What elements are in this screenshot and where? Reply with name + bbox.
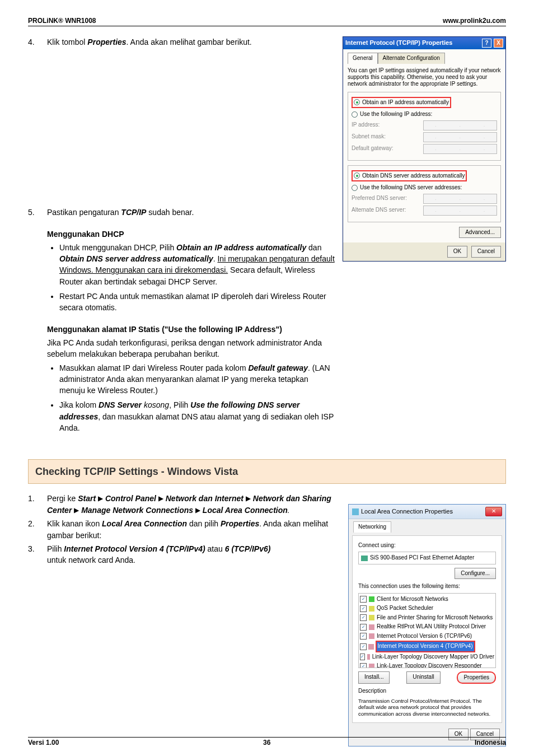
dns-group: Obtain DNS server address automatically … bbox=[348, 165, 501, 222]
dialog-title: Internet Protocol (TCP/IP) Properties bbox=[345, 39, 452, 48]
network-icon bbox=[352, 508, 359, 515]
cancel-button[interactable]: Cancel bbox=[471, 246, 501, 258]
static-bullet-1: Masukkan alamat IP dari Wireless Router … bbox=[59, 362, 335, 396]
tab-general[interactable]: General bbox=[348, 53, 378, 64]
list-item: ✓Internet Protocol Version 6 (TCP/IPv6) bbox=[360, 632, 494, 641]
static-intro: Jika PC Anda sudah terkonfigurasi, perik… bbox=[47, 337, 335, 360]
dhcp-heading: Menggunakan DHCP bbox=[47, 228, 335, 240]
field-ip-address: IP address:... bbox=[352, 120, 497, 130]
footer-left: Versi 1.00 bbox=[28, 739, 59, 746]
configure-button[interactable]: Configure... bbox=[455, 568, 496, 580]
dhcp-bullet-2: Restart PC Anda untuk memastikan alamat … bbox=[59, 291, 335, 314]
description-text: Transmission Control Protocol/Internet P… bbox=[358, 698, 496, 717]
uninstall-button[interactable]: Uninstall bbox=[406, 671, 440, 684]
tcpip-properties-dialog: Internet Protocol (TCP/IP) Properties ? … bbox=[343, 36, 506, 262]
dhcp-bullet-1: Untuk menggunakan DHCP, Pilih Obtain an … bbox=[59, 242, 335, 287]
description-label: Description bbox=[358, 687, 496, 696]
dialog-description: You can get IP settings assigned automat… bbox=[348, 67, 501, 87]
items-label: This connection uses the following items… bbox=[358, 582, 496, 591]
footer-right: Indonesia bbox=[475, 739, 506, 746]
step-5: 5. Pastikan pengaturan TCP/IP sudah bena… bbox=[28, 207, 335, 441]
field-alternate-dns: Alternate DNS server:... bbox=[352, 206, 497, 216]
list-item: ✓File and Printer Sharing for Microsoft … bbox=[360, 613, 494, 623]
footer-center: 36 bbox=[263, 739, 270, 746]
list-item-selected[interactable]: Internet Protocol Version 4 (TCP/IPv4) bbox=[376, 641, 475, 652]
step-number: 5. bbox=[28, 207, 47, 441]
properties-button[interactable]: Properties bbox=[457, 671, 496, 684]
close-icon[interactable]: ✕ bbox=[485, 507, 502, 516]
lac-properties-dialog: Local Area Connection Properties ✕ Netwo… bbox=[348, 504, 506, 746]
ok-button[interactable]: OK bbox=[447, 246, 467, 258]
install-button[interactable]: Install... bbox=[358, 671, 390, 684]
static-bullet-2: Jika kolom DNS Server kosong, Pilih Use … bbox=[59, 399, 335, 433]
dialog-titlebar: Internet Protocol (TCP/IP) Properties ? … bbox=[343, 37, 505, 49]
connect-using-label: Connect using: bbox=[358, 542, 496, 550]
step-number: 4. bbox=[28, 36, 47, 48]
radio-use-following-dns[interactable]: Use the following DNS server addresses: bbox=[352, 184, 497, 192]
help-icon[interactable]: ? bbox=[482, 39, 491, 48]
radio-obtain-dns-auto[interactable]: Obtain DNS server address automatically bbox=[352, 170, 467, 182]
close-icon[interactable]: X bbox=[494, 39, 503, 48]
tab-networking[interactable]: Networking bbox=[353, 521, 391, 533]
dialog-titlebar: Local Area Connection Properties ✕ bbox=[349, 505, 505, 519]
list-item: ✓Realtke RtlProt WLAN Utility Protocol D… bbox=[360, 622, 494, 632]
radio-use-following-ip[interactable]: Use the following IP address: bbox=[352, 110, 497, 119]
advanced-button[interactable]: Advanced... bbox=[459, 227, 501, 239]
nic-icon bbox=[361, 556, 368, 561]
section-heading-vista: Checking TCP/IP Settings - Windows Vista bbox=[28, 459, 506, 484]
tab-alternate[interactable]: Alternate Configuration bbox=[378, 53, 445, 64]
dialog-title: Local Area Connection Properties bbox=[361, 507, 453, 516]
header-left: PROLiNK® WNR1008 bbox=[28, 17, 96, 25]
static-heading: Menggunakan alamat IP Statis ("Use the f… bbox=[47, 324, 335, 335]
list-item: ✓Link-Layer Topology Discovery Mapper I/… bbox=[360, 652, 494, 662]
header-right: www.prolink2u.com bbox=[443, 17, 506, 25]
page-header: PROLiNK® WNR1008 www.prolink2u.com bbox=[28, 17, 506, 26]
vista-step-3: 3. Pilih Internet Protocol Version 4 (TC… bbox=[28, 543, 340, 566]
list-item: ✓Link-Layer Topology Discovery Responder bbox=[360, 661, 494, 668]
connection-items-list[interactable]: ✓Client for Microsoft Networks ✓QoS Pack… bbox=[358, 593, 496, 668]
list-item: ✓QoS Packet Scheduler bbox=[360, 604, 494, 613]
step-4: 4. Klik tombol Properties. Anda akan mel… bbox=[28, 36, 335, 48]
adapter-field: SiS 900-Based PCI Fast Ethernet Adapter bbox=[358, 552, 496, 564]
radio-obtain-ip-auto[interactable]: Obtain an IP address automatically bbox=[352, 97, 451, 109]
ip-group: Obtain an IP address automatically Use t… bbox=[348, 92, 501, 161]
field-default-gateway: Default gateway:... bbox=[352, 144, 497, 154]
vista-step-1: 1. Pergi ke Start ▶ Control Panel ▶ Netw… bbox=[28, 493, 340, 516]
field-preferred-dns: Preferred DNS server:... bbox=[352, 194, 497, 204]
field-subnet-mask: Subnet mask:... bbox=[352, 132, 497, 142]
page-footer: Versi 1.00 36 Indonesia bbox=[28, 737, 506, 746]
vista-step-2: 2. Klik kanan ikon Local Area Connection… bbox=[28, 518, 340, 541]
list-item: ✓Client for Microsoft Networks bbox=[360, 595, 494, 604]
